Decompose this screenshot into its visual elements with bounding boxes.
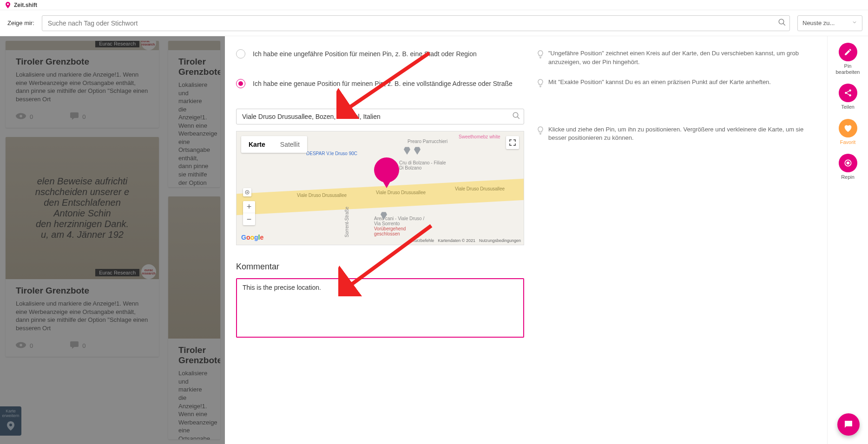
svg-rect-9 bbox=[70, 341, 79, 347]
svg-point-19 bbox=[247, 192, 248, 193]
svg-point-22 bbox=[849, 90, 851, 92]
map-poi: Prearo Parrucchieri bbox=[408, 139, 447, 144]
map-street-label: Sorrent-Straße bbox=[344, 207, 349, 237]
svg-point-23 bbox=[845, 92, 847, 94]
card-thumb: elen Beweise aufrichti nschcheiden unser… bbox=[6, 137, 159, 279]
edit-pin-button[interactable]: Pin bearbeiten bbox=[836, 43, 860, 75]
share-icon bbox=[839, 84, 857, 102]
svg-point-0 bbox=[7, 3, 9, 5]
svg-marker-10 bbox=[72, 347, 74, 349]
hint-exact: Mit "Exakte Position" kannst Du es an ei… bbox=[537, 78, 816, 90]
sort-selected: Neuste zu... bbox=[802, 20, 835, 26]
map-poi-pin-icon bbox=[381, 211, 388, 222]
source-badge: Eurac Research bbox=[95, 41, 139, 47]
search-wrap bbox=[42, 15, 790, 31]
google-logo: Google bbox=[241, 234, 263, 241]
card-thumb bbox=[168, 41, 220, 50]
app-brand: Zeit.shift bbox=[14, 2, 37, 8]
sort-dropdown[interactable]: Neuste zu... bbox=[797, 15, 862, 31]
location-modal: Ich habe eine ungefähre Position für mei… bbox=[225, 36, 827, 444]
lightbulb-icon bbox=[537, 126, 544, 143]
radio-approx-label: Ich habe eine ungefähre Position für mei… bbox=[253, 50, 477, 58]
views-count: 0 bbox=[30, 113, 33, 120]
radio-exact[interactable] bbox=[236, 79, 245, 88]
card[interactable]: Tiroler Grenzbote Lokalisiere und markie… bbox=[168, 41, 220, 187]
search-label: Zeige mir: bbox=[7, 20, 34, 26]
card-title: Tiroler Grenzbote bbox=[178, 57, 210, 77]
radio-exact-label: Ich habe eine genaue Position für meinen… bbox=[253, 80, 513, 87]
location-input[interactable] bbox=[236, 109, 524, 124]
map-tab-map[interactable]: Karte bbox=[241, 136, 273, 153]
edit-pin-label: Pin bearbeiten bbox=[836, 63, 860, 75]
fullscreen-icon[interactable] bbox=[506, 136, 519, 149]
road-label: Viale Druso Drususallee bbox=[376, 190, 426, 195]
heart-icon bbox=[839, 119, 857, 137]
svg-point-15 bbox=[9, 424, 12, 426]
search-input[interactable] bbox=[42, 15, 790, 31]
map[interactable]: Viale Druso Drususallee Viale Druso Drus… bbox=[236, 131, 524, 245]
card[interactable]: elen Beweise aufrichti nschcheiden unser… bbox=[6, 137, 159, 357]
search-icon[interactable] bbox=[778, 18, 786, 28]
road-label: Viale Druso Drususallee bbox=[455, 186, 505, 191]
card-thumb: Eurac Research eurac research bbox=[6, 41, 159, 50]
chat-fab[interactable] bbox=[837, 413, 860, 436]
radio-approx-row[interactable]: Ich habe eine ungefähre Position für mei… bbox=[236, 49, 524, 59]
search-icon[interactable] bbox=[512, 111, 520, 122]
card[interactable]: Tiroler Grenzbote Lokalisiere und markie… bbox=[168, 196, 220, 439]
comments-count: 0 bbox=[82, 113, 85, 120]
card-title: Tiroler Grenzbote bbox=[16, 286, 149, 296]
location-search-wrap bbox=[236, 109, 524, 124]
radio-approx[interactable] bbox=[236, 49, 245, 59]
recenter-icon[interactable] bbox=[243, 188, 251, 196]
source-logo: eurac research bbox=[141, 264, 156, 279]
card-desc: Lokalisiere und markiere die Anzeige!1. … bbox=[16, 300, 149, 332]
zoom-out-button[interactable]: − bbox=[243, 213, 255, 225]
share-label: Teilen bbox=[841, 104, 855, 110]
svg-marker-6 bbox=[72, 118, 74, 120]
svg-rect-5 bbox=[70, 112, 79, 118]
hint-approx: "Ungefähre Position" zeichnet einen Krei… bbox=[537, 49, 816, 67]
eye-icon bbox=[16, 342, 26, 350]
source-logo: eurac research bbox=[141, 41, 156, 50]
window-titlebar: Zeit.shift bbox=[0, 0, 868, 10]
favorite-label: Favorit bbox=[840, 139, 856, 145]
card-title: Tiroler Grenzbote bbox=[16, 57, 149, 67]
card-thumb bbox=[168, 196, 220, 339]
comments-count: 0 bbox=[82, 342, 85, 349]
comment-input[interactable] bbox=[236, 278, 524, 338]
map-poi: Sweethomebz white bbox=[459, 134, 500, 139]
map-zoom: + − bbox=[243, 201, 255, 225]
lightbulb-icon bbox=[537, 50, 544, 67]
repin-button[interactable]: Repin bbox=[839, 154, 857, 180]
expand-map-tab[interactable]: Karte erweitern bbox=[0, 406, 21, 436]
comment-icon bbox=[70, 112, 79, 121]
map-poi-pin-icon bbox=[404, 146, 411, 157]
repin-icon bbox=[839, 154, 857, 172]
svg-point-16 bbox=[513, 112, 518, 118]
share-button[interactable]: Teilen bbox=[839, 84, 857, 110]
views-count: 0 bbox=[30, 342, 33, 349]
svg-line-17 bbox=[517, 117, 519, 119]
search-row: Zeige mir: Neuste zu... bbox=[0, 10, 868, 36]
map-tab-satellite[interactable]: Satellit bbox=[273, 136, 307, 153]
map-pin-marker[interactable] bbox=[374, 157, 399, 183]
pencil-icon bbox=[839, 43, 857, 61]
map-type-toggle[interactable]: Karte Satellit bbox=[241, 136, 307, 153]
radio-exact-row[interactable]: Ich habe eine genaue Position für meinen… bbox=[236, 79, 524, 88]
favorite-button[interactable]: Favorit bbox=[839, 119, 857, 145]
card-desc: Lokalisiere und markiere die Anzeige!1. … bbox=[16, 71, 149, 103]
location-icon bbox=[1, 421, 20, 432]
svg-point-24 bbox=[849, 94, 851, 97]
chat-icon bbox=[843, 419, 854, 430]
svg-point-26 bbox=[847, 162, 849, 164]
hint-drag: Klicke und ziehe den Pin, um ihn zu posi… bbox=[537, 125, 816, 143]
action-rail: Pin bearbeiten Teilen Favorit Repin bbox=[827, 36, 868, 444]
zoom-in-button[interactable]: + bbox=[243, 201, 255, 213]
card-title: Tiroler Grenzbote bbox=[178, 345, 210, 366]
lightbulb-icon bbox=[537, 79, 544, 90]
road-label: Viale Druso Drususallee bbox=[297, 193, 347, 198]
svg-point-8 bbox=[20, 344, 22, 347]
app-logo-icon bbox=[6, 2, 10, 8]
card[interactable]: Eurac Research eurac research Tiroler Gr… bbox=[6, 41, 159, 128]
chevron-down-icon bbox=[852, 20, 857, 26]
